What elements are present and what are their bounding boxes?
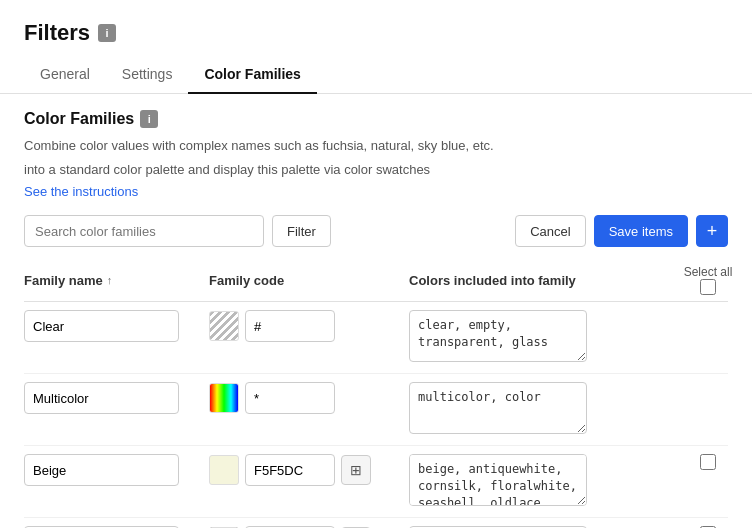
row-name-cell [24, 454, 209, 486]
color-swatch-multicolor [209, 383, 239, 413]
row-colors-cell-multicolor: multicolor, color [409, 382, 688, 437]
section-info-badge[interactable]: i [140, 110, 158, 128]
search-input[interactable] [24, 215, 264, 247]
instructions-link[interactable]: See the instructions [24, 184, 138, 199]
cancel-button[interactable]: Cancel [515, 215, 585, 247]
table-header: Family name ↑ Family code Colors include… [24, 259, 728, 302]
main-section: Color Families i Combine color values wi… [0, 94, 752, 528]
filter-button[interactable]: Filter [272, 215, 331, 247]
add-button[interactable]: + [696, 215, 728, 247]
section-title-row: Color Families i [24, 110, 728, 128]
col-header-code: Family code [209, 273, 409, 288]
code-input-beige[interactable] [245, 454, 335, 486]
sort-arrow-icon[interactable]: ↑ [107, 274, 113, 286]
colors-textarea-clear[interactable]: clear, empty, transparent, glass [409, 310, 587, 362]
col-header-colors: Colors included into family [409, 273, 688, 288]
description-line2: into a standard color palette and displa… [24, 160, 728, 180]
col-header-select: Select all [688, 265, 728, 295]
select-all-checkbox[interactable] [700, 279, 716, 295]
table-row: ⊞ black [24, 518, 728, 528]
row-name-input-beige[interactable] [24, 454, 179, 486]
code-input-clear[interactable] [245, 310, 335, 342]
color-swatch-clear [209, 311, 239, 341]
row-checkbox-beige[interactable] [700, 454, 716, 470]
row-colors-cell-clear: clear, empty, transparent, glass [409, 310, 688, 365]
toolbar-right: Cancel Save items + [515, 215, 728, 247]
table-row: ⊞ beige, antiquewhite, cornsilk, floralw… [24, 446, 728, 518]
row-code-cell-clear [209, 310, 409, 342]
row-name-cell [24, 310, 209, 342]
code-input-multicolor[interactable] [245, 382, 335, 414]
tab-general[interactable]: General [24, 56, 106, 94]
row-name-input-multicolor[interactable] [24, 382, 179, 414]
colors-textarea-multicolor[interactable]: multicolor, color [409, 382, 587, 434]
section-title: Color Families [24, 110, 134, 128]
row-select-beige [688, 454, 728, 470]
color-swatch-beige [209, 455, 239, 485]
page-header: Filters i [0, 0, 752, 46]
header-info-badge[interactable]: i [98, 24, 116, 42]
row-name-cell [24, 382, 209, 414]
page-title: Filters [24, 20, 90, 46]
table-row: clear, empty, transparent, glass [24, 302, 728, 374]
row-code-cell-beige: ⊞ [209, 454, 409, 486]
swatch-picker-btn-beige[interactable]: ⊞ [341, 455, 371, 485]
table-container: Family name ↑ Family code Colors include… [24, 259, 728, 528]
table-row: multicolor, color [24, 374, 728, 446]
col-header-name: Family name ↑ [24, 273, 209, 288]
toolbar: Filter Cancel Save items + [24, 215, 728, 247]
tab-settings[interactable]: Settings [106, 56, 189, 94]
description-line1: Combine color values with complex names … [24, 136, 728, 156]
row-code-cell-multicolor [209, 382, 409, 414]
row-name-input-clear[interactable] [24, 310, 179, 342]
colors-textarea-beige[interactable]: beige, antiquewhite, cornsilk, floralwhi… [409, 454, 587, 506]
row-colors-cell-beige: beige, antiquewhite, cornsilk, floralwhi… [409, 454, 688, 509]
select-all-label: Select all [684, 265, 733, 279]
save-button[interactable]: Save items [594, 215, 688, 247]
tabs-container: General Settings Color Families [0, 56, 752, 94]
tab-color-families[interactable]: Color Families [188, 56, 316, 94]
